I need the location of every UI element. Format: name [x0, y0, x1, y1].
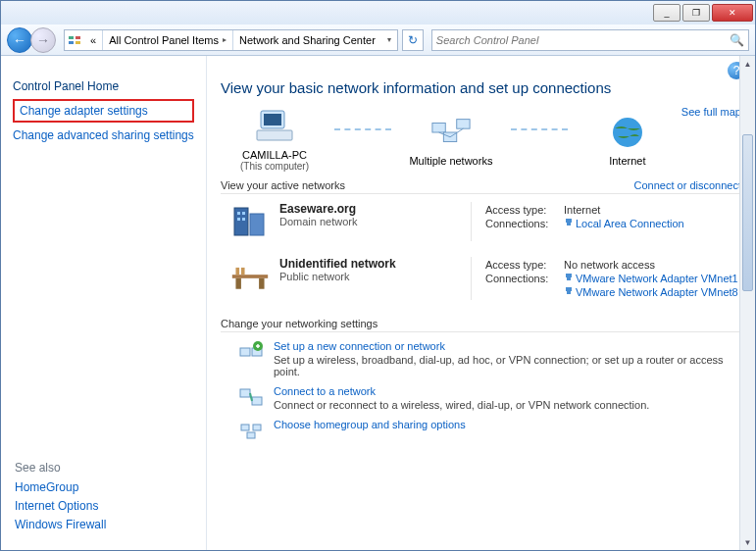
svg-rect-0	[69, 36, 74, 39]
svg-rect-29	[567, 291, 571, 294]
page-heading: View your basic network information and …	[221, 79, 741, 96]
network-1-name: Easeware.org	[279, 202, 357, 216]
svg-rect-36	[253, 425, 261, 430]
svg-rect-16	[242, 212, 245, 215]
change-settings-header: Change your networking settings	[221, 318, 741, 332]
search-input[interactable]	[436, 34, 730, 46]
svg-rect-22	[235, 268, 239, 275]
network-map: CAMILLA-PC (This computer) Multiple netw…	[221, 106, 741, 172]
network-2-access: No network access	[564, 259, 655, 271]
public-network-icon	[230, 257, 270, 296]
connection-vmnet8-link[interactable]: VMware Network Adapter VMnet8	[576, 286, 738, 298]
change-adapter-settings-link[interactable]: Change adapter settings	[13, 99, 194, 123]
scroll-down-button[interactable]: ▼	[740, 534, 755, 550]
close-button[interactable]: ✕	[712, 4, 753, 22]
map-pc-label: CAMILLA-PC	[221, 149, 328, 161]
connections-label: Connections:	[485, 273, 564, 284]
search-icon[interactable]: 🔍	[730, 33, 744, 47]
svg-rect-26	[566, 274, 572, 277]
svg-rect-13	[234, 208, 248, 235]
networks-icon	[430, 112, 472, 153]
action-homegroup: Choose homegroup and sharing options	[238, 419, 741, 444]
network-1-type: Domain network	[279, 216, 357, 227]
svg-rect-24	[235, 278, 240, 289]
svg-rect-15	[237, 212, 240, 215]
see-full-map-link[interactable]: See full map	[681, 106, 741, 118]
svg-rect-33	[240, 389, 250, 397]
titlebar: _ ❐ ✕	[1, 1, 755, 25]
back-button[interactable]: ←	[7, 27, 32, 53]
svg-rect-23	[241, 268, 245, 275]
svg-rect-25	[259, 278, 264, 289]
setup-connection-icon	[238, 340, 264, 366]
active-networks-label: View your active networks	[221, 179, 345, 191]
control-panel-home-link[interactable]: Control Panel Home	[13, 79, 194, 93]
svg-rect-37	[247, 432, 255, 438]
active-networks-header: View your active networks Connect or dis…	[221, 177, 741, 194]
svg-rect-21	[232, 275, 268, 278]
action-setup-desc: Set up a wireless, broadband, dial-up, a…	[274, 354, 741, 377]
sidebar: Control Panel Home Change adapter settin…	[1, 56, 207, 550]
map-this-computer: CAMILLA-PC (This computer)	[221, 106, 328, 172]
see-also-header: See also	[15, 461, 106, 475]
vertical-scrollbar[interactable]: ▲ ▼	[739, 56, 755, 550]
connect-network-icon	[238, 385, 264, 411]
svg-rect-1	[76, 36, 80, 39]
map-internet: Internet	[574, 112, 681, 167]
svg-rect-7	[432, 123, 445, 132]
map-networks: Multiple networks	[397, 112, 505, 167]
connection-lan-link[interactable]: Local Area Connection	[576, 218, 684, 229]
access-type-label: Access type:	[485, 204, 564, 216]
network-1-access: Internet	[564, 204, 600, 216]
map-internet-label: Internet	[574, 155, 681, 167]
network-2-name: Unidentified network	[279, 257, 396, 271]
svg-rect-35	[241, 425, 249, 430]
content-area: ? View your basic network information an…	[207, 56, 755, 550]
windows-firewall-link[interactable]: Windows Firewall	[15, 518, 106, 531]
breadcrumb-chevron[interactable]: «	[84, 30, 103, 50]
action-connect-link[interactable]: Connect to a network	[274, 385, 649, 397]
map-networks-label: Multiple networks	[397, 155, 505, 167]
svg-rect-2	[69, 41, 74, 44]
svg-rect-28	[566, 287, 572, 291]
svg-rect-8	[457, 119, 470, 128]
map-pc-sublabel: (This computer)	[221, 161, 328, 172]
scroll-thumb[interactable]	[742, 134, 753, 291]
map-connector	[511, 128, 568, 130]
homegroup-link[interactable]: HomeGroup	[15, 480, 106, 494]
svg-rect-3	[76, 41, 80, 44]
breadcrumb-network-sharing[interactable]: Network and Sharing Center	[233, 30, 381, 50]
scroll-up-button[interactable]: ▲	[740, 56, 755, 72]
connect-disconnect-link[interactable]: Connect or disconnect	[634, 179, 741, 191]
internet-options-link[interactable]: Internet Options	[15, 499, 106, 513]
maximize-button[interactable]: ❐	[682, 4, 710, 22]
breadcrumb-root-icon[interactable]	[65, 33, 84, 47]
connections-label: Connections:	[485, 218, 564, 229]
connection-vmnet1-link[interactable]: VMware Network Adapter VMnet1	[576, 273, 738, 284]
svg-rect-17	[237, 218, 240, 221]
network-block-2: Unidentified network Public network Acce…	[221, 249, 741, 308]
computer-icon	[254, 106, 295, 147]
minimize-button[interactable]: _	[653, 4, 680, 22]
svg-rect-34	[252, 397, 262, 405]
network-block-1: Easeware.org Domain network Access type:…	[221, 194, 741, 249]
breadcrumb: « All Control Panel Items Network and Sh…	[64, 29, 398, 51]
breadcrumb-all-items[interactable]: All Control Panel Items	[103, 30, 233, 50]
refresh-button[interactable]: ↻	[402, 29, 424, 51]
action-setup-link[interactable]: Set up a new connection or network	[274, 340, 741, 352]
svg-rect-18	[242, 218, 245, 221]
svg-rect-14	[250, 214, 264, 235]
access-type-label: Access type:	[485, 259, 564, 271]
navbar: ← → « All Control Panel Items Network an…	[1, 25, 755, 56]
map-connector	[334, 128, 391, 130]
homegroup-icon	[238, 419, 264, 444]
svg-rect-19	[566, 219, 572, 223]
action-connect-network: Connect to a network Connect or reconnec…	[238, 385, 741, 411]
action-homegroup-link[interactable]: Choose homegroup and sharing options	[274, 419, 466, 430]
forward-button[interactable]: →	[30, 27, 56, 53]
search-box[interactable]: 🔍	[431, 29, 749, 51]
change-advanced-sharing-link[interactable]: Change advanced sharing settings	[13, 128, 194, 142]
network-2-type: Public network	[279, 271, 396, 282]
breadcrumb-dropdown[interactable]: ▾	[381, 35, 397, 44]
svg-rect-5	[264, 114, 281, 125]
